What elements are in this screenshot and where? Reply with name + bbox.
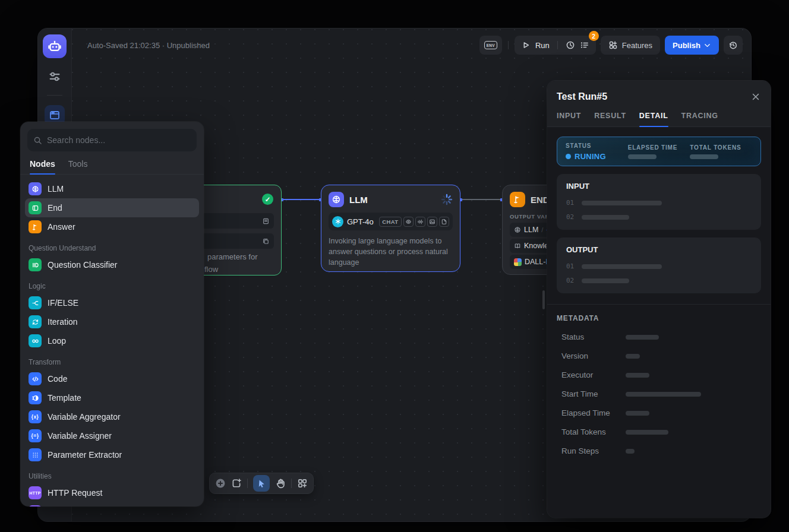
copy-icon [262,238,270,245]
topbar-actions: ENV Run 2 Features Publish [479,36,743,55]
row-number: 02 [566,277,574,284]
node-item-label: HTTP Request [48,488,102,498]
canvas-scrollbar-thumb[interactable] [542,290,545,309]
node-item-http-request[interactable]: HTTPHTTP Request [25,483,199,502]
skeleton-bar [626,411,649,416]
skeleton-bar [626,392,701,397]
node-item-question-classifier[interactable]: Question Classifier [25,255,199,274]
publish-label: Publish [673,41,700,50]
metadata-row-executor: Executor [557,370,761,379]
edge-llm-to-end [460,199,502,200]
node-item-variable-assigner[interactable]: {=}Variable Assigner [25,426,199,445]
add-node-button[interactable] [215,478,226,489]
node-panel-tabs: Nodes Tools [20,151,204,175]
preferences-icon[interactable] [48,70,61,83]
status-value: RUNING [575,152,606,161]
node-item-code[interactable]: Code [25,369,199,388]
run-button[interactable]: Run [535,41,550,50]
history-icon [728,40,738,50]
version-history-button[interactable] [724,36,743,55]
llm-node[interactable]: LLM GPT-4o CHAT Invoking large language … [321,185,460,272]
env-button[interactable]: ENV [479,36,502,55]
node-item-llm[interactable]: LLM [25,179,199,198]
env-icon: ENV [484,41,497,49]
organize-nodes-button[interactable] [297,478,308,489]
model-selector[interactable]: GPT-4o CHAT [329,213,453,230]
node-item-loop[interactable]: Loop [25,331,199,350]
app-logo-robot-icon[interactable] [43,34,67,58]
features-button[interactable]: Features [601,36,660,55]
checklist-icon[interactable] [580,40,589,50]
pointer-mode-button[interactable] [253,475,270,492]
cursor-icon [257,479,266,488]
total-tokens-label: TOTAL TOKENS [690,144,752,151]
node-item-label: Variable Aggregator [48,412,121,422]
row-number: 01 [566,262,574,270]
node-item-parameter-extractor[interactable]: Parameter Extractor [25,445,199,464]
ifelse-icon [29,296,42,309]
tab-detail[interactable]: DETAIL [639,112,668,126]
skeleton-bar [582,201,662,205]
total-tokens-column: TOTAL TOKENS [690,144,752,159]
hand-mode-button[interactable] [275,478,286,489]
metadata-rows: StatusVersionExecutorStart TimeElapsed T… [557,332,761,455]
metadata-label: Executor [561,370,626,379]
elapsed-time-label: ELAPSED TIME [628,144,690,151]
run-panel-header: Test Run#5 INPUTRESULTDETAILTRACING [547,81,771,127]
question-classifier-icon [29,258,42,271]
metadata-row-version: Version [557,352,761,360]
knowledge-icon [514,242,521,249]
metadata-label: Elapsed Time [561,408,626,417]
run-group-divider [557,41,558,49]
status-card: STATUS RUNING ELAPSED TIME TOTAL TOKENS [557,137,761,166]
close-icon[interactable] [751,92,760,102]
code-icon [29,372,42,385]
search-box[interactable] [27,129,197,151]
publish-button[interactable]: Publish [665,36,719,55]
status-label: STATUS [566,142,628,149]
node-item-list-operator[interactable]: List Operator [25,502,199,506]
answer-icon [29,220,42,233]
metadata-row-run-steps: Run Steps [557,446,761,455]
vision-capability-icon [403,217,414,227]
run-panel-body: STATUS RUNING ELAPSED TIME TOTAL TOKENS … [547,127,771,518]
node-item-label: Iteration [48,317,78,327]
metadata-label: Version [561,352,626,360]
node-item-if-else[interactable]: IF/ELSE [25,293,199,312]
node-item-label: LLM [48,184,64,194]
search-input[interactable] [47,135,191,145]
http-icon: HTTP [29,486,42,499]
loading-spinner-icon [441,194,453,205]
tab-result[interactable]: RESULT [594,112,626,126]
node-item-variable-aggregator[interactable]: {x}Variable Aggregator [25,407,199,426]
notification-badge: 2 [589,31,599,41]
field-icon [262,217,270,225]
node-item-label: IF/ELSE [48,298,78,308]
data-row: 01 [566,262,752,270]
elapsed-time-column: ELAPSED TIME [628,144,690,159]
node-item-label: Answer [48,222,75,232]
play-icon[interactable] [521,40,531,50]
add-note-button[interactable] [231,478,242,489]
metadata-row-status: Status [557,332,761,341]
tab-input[interactable]: INPUT [557,112,581,126]
run-panel-tabs: INPUTRESULTDETAILTRACING [557,112,761,126]
tab-tracing[interactable]: TRACING [681,112,718,126]
audio-capability-icon [415,217,425,227]
node-item-end[interactable]: End [25,198,199,217]
data-row: 01 [566,199,752,207]
metadata-title: METADATA [557,314,761,322]
skeleton-bar [626,373,649,378]
node-item-label: Parameter Extractor [48,450,122,460]
document-capability-icon [439,217,449,227]
skeleton-bar [582,215,629,220]
node-item-iteration[interactable]: Iteration [25,312,199,331]
run-history-icon[interactable] [566,40,575,50]
node-item-answer[interactable]: Answer [25,217,199,236]
input-card-title: INPUT [566,182,752,191]
tab-nodes[interactable]: Nodes [30,159,55,174]
tab-tools[interactable]: Tools [68,159,88,174]
robot-icon [48,39,62,53]
node-item-template[interactable]: Template [25,388,199,407]
node-group-header: Utilities [29,472,195,480]
